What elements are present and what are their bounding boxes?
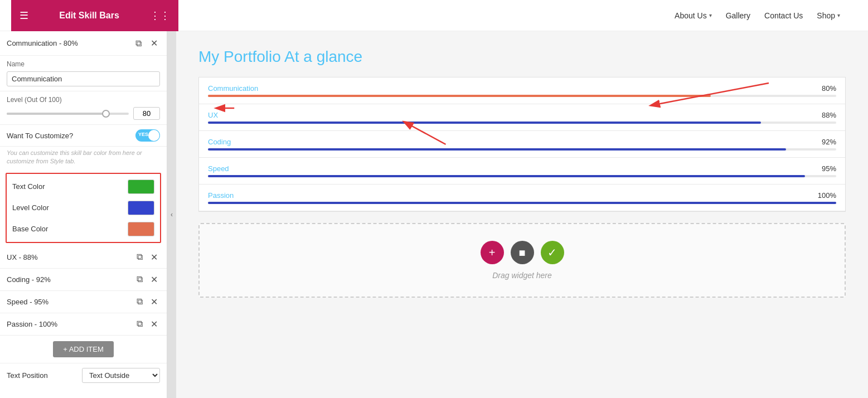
- toggle-knob: [148, 130, 159, 141]
- skill-bar-speed-header: Speed 95%: [208, 164, 836, 173]
- skill-item-speed: Speed - 95% ⧉ ✕: [0, 291, 167, 313]
- level-color-label: Level Color: [12, 203, 49, 212]
- level-slider-row: [7, 107, 160, 120]
- skill-item-ux-actions: ⧉ ✕: [134, 251, 160, 264]
- speed-percent: 95%: [822, 164, 836, 173]
- nav-left: ☰ Edit Skill Bars ⋮⋮: [11, 0, 178, 31]
- skill-item-passion-actions: ⧉ ✕: [134, 318, 160, 331]
- top-nav: ☰ Edit Skill Bars ⋮⋮ About Us ▾ Gallery …: [0, 0, 868, 31]
- name-label: Name: [7, 60, 160, 68]
- level-slider-track[interactable]: [7, 113, 129, 115]
- base-color-row: Base Color: [7, 219, 160, 240]
- portfolio-title: My Portfolio At a glance: [198, 48, 846, 66]
- skill-bar-ux: UX 88%: [199, 104, 845, 131]
- main-layout: Communication - 80% ⧉ ✕ Name Level (Out …: [0, 31, 868, 398]
- coding-duplicate-button[interactable]: ⧉: [134, 273, 145, 286]
- widget-options-button[interactable]: ■: [511, 241, 534, 264]
- communication-name: Communication: [208, 84, 258, 93]
- color-section: Text Color Level Color Base Color: [6, 173, 161, 243]
- name-input[interactable]: [7, 71, 160, 86]
- nav-link-gallery[interactable]: Gallery: [726, 11, 750, 20]
- collapse-handle[interactable]: ‹: [167, 31, 176, 398]
- ux-name: UX: [208, 111, 218, 119]
- level-value-input[interactable]: [133, 107, 160, 120]
- skill-item-coding-actions: ⧉ ✕: [134, 273, 160, 286]
- duplicate-button[interactable]: ⧉: [133, 37, 144, 50]
- coding-track: [208, 148, 836, 151]
- communication-percent: 80%: [822, 84, 836, 93]
- skill-item-passion: Passion - 100% ⧉ ✕: [0, 313, 167, 336]
- widget-buttons: + ■ ✓: [481, 241, 564, 264]
- skill-item-speed-actions: ⧉ ✕: [134, 295, 160, 308]
- base-color-label: Base Color: [12, 225, 48, 233]
- passion-duplicate-button[interactable]: ⧉: [134, 318, 145, 331]
- skill-item-passion-label: Passion - 100%: [7, 320, 130, 328]
- level-color-row: Level Color: [7, 197, 160, 219]
- nav-link-shop[interactable]: Shop ▾: [817, 11, 840, 20]
- customize-toggle[interactable]: YES: [135, 129, 160, 142]
- confirm-widget-button[interactable]: ✓: [541, 241, 564, 264]
- skill-item-ux: UX - 88% ⧉ ✕: [0, 246, 167, 269]
- name-field: Name: [0, 56, 167, 91]
- level-color-swatch[interactable]: [128, 201, 154, 215]
- passion-percent: 100%: [818, 191, 836, 200]
- sidebar: Communication - 80% ⧉ ✕ Name Level (Out …: [0, 31, 167, 398]
- base-color-swatch[interactable]: [128, 222, 154, 236]
- toggle-yes-label: YES: [138, 132, 148, 137]
- skill-bars-container: Communication 80% UX 88%: [198, 77, 846, 212]
- skill-bar-coding: Coding 92%: [199, 131, 845, 158]
- skill-bar-speed: Speed 95%: [199, 158, 845, 185]
- chevron-down-icon: ▾: [837, 12, 840, 18]
- active-item-header: Communication - 80% ⧉ ✕: [0, 31, 167, 56]
- coding-fill: [208, 148, 786, 151]
- level-field: Level (Out Of 100): [0, 91, 167, 125]
- active-item-label: Communication - 80%: [7, 39, 133, 47]
- ux-percent: 88%: [822, 111, 836, 119]
- nav-link-about[interactable]: About Us ▾: [675, 11, 712, 20]
- add-item-button[interactable]: + ADD ITEM: [53, 341, 114, 357]
- speed-track: [208, 175, 836, 177]
- skill-bar-coding-header: Coding 92%: [208, 138, 836, 146]
- communication-track: [208, 95, 836, 97]
- slider-thumb[interactable]: [102, 110, 110, 118]
- speed-name: Speed: [208, 164, 229, 173]
- text-color-label: Text Color: [12, 182, 45, 191]
- customize-toggle-row: Want To Customize? YES: [0, 125, 167, 147]
- ux-duplicate-button[interactable]: ⧉: [134, 251, 145, 264]
- passion-track: [208, 202, 836, 204]
- text-position-row: Text Position Text Outside Text Inside: [0, 363, 167, 387]
- active-item-actions: ⧉ ✕: [133, 37, 160, 50]
- customize-label: Want To Customize?: [7, 132, 73, 140]
- text-position-select[interactable]: Text Outside Text Inside: [82, 368, 160, 383]
- coding-name: Coding: [208, 138, 231, 146]
- content-area: My Portfolio At a glance Communication 8…: [176, 31, 868, 398]
- text-color-swatch[interactable]: [128, 179, 154, 194]
- passion-close-button[interactable]: ✕: [148, 318, 160, 331]
- text-position-label: Text Position: [7, 371, 48, 380]
- grid-icon[interactable]: ⋮⋮: [150, 9, 170, 22]
- ux-fill: [208, 122, 761, 124]
- hamburger-icon[interactable]: ☰: [20, 9, 28, 22]
- customize-note: You can customize this skill bar color f…: [0, 147, 167, 169]
- widget-drop-zone: + ■ ✓ Drag widget here: [198, 223, 846, 298]
- nav-right: About Us ▾ Gallery Contact Us Shop ▾: [675, 11, 857, 20]
- skill-item-ux-label: UX - 88%: [7, 253, 130, 261]
- speed-duplicate-button[interactable]: ⧉: [134, 295, 145, 308]
- add-widget-button[interactable]: +: [481, 241, 504, 264]
- coding-close-button[interactable]: ✕: [148, 273, 160, 286]
- close-button[interactable]: ✕: [148, 37, 160, 50]
- level-label: Level (Out Of 100): [7, 96, 160, 104]
- chevron-down-icon: ▾: [709, 12, 712, 18]
- skill-item-coding: Coding - 92% ⧉ ✕: [0, 269, 167, 291]
- ux-close-button[interactable]: ✕: [148, 251, 160, 264]
- nav-link-contact[interactable]: Contact Us: [764, 11, 803, 20]
- speed-close-button[interactable]: ✕: [148, 295, 160, 308]
- passion-name: Passion: [208, 191, 234, 200]
- skill-bar-communication: Communication 80%: [199, 77, 845, 104]
- speed-fill: [208, 175, 805, 177]
- skill-bar-communication-header: Communication 80%: [208, 84, 836, 93]
- nav-title: Edit Skill Bars: [34, 11, 144, 21]
- widget-drag-text: Drag widget here: [492, 271, 552, 280]
- passion-fill: [208, 202, 836, 204]
- ux-track: [208, 122, 836, 124]
